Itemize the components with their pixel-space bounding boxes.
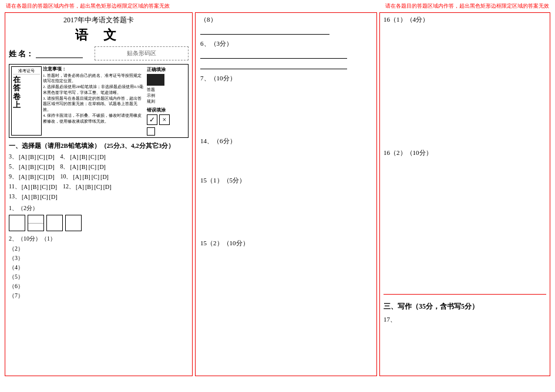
q7-section: 7、（10分） [200, 74, 372, 132]
correct-box-example [147, 74, 164, 86]
choice-item-4: 4、 [A] [B] [C] [D] [60, 153, 105, 161]
choice-item-3: 3、 [A] [B] [C] [D] [9, 153, 54, 161]
q15-1-label: 15（1）（5分） [200, 176, 372, 185]
q16-1-label: 16（1）（4分） [384, 15, 546, 24]
subq2-label: 2、（10分）（1） [9, 235, 189, 243]
wrong-label: 错误填涂 [147, 107, 166, 113]
instructions-box: 准考证号 在答卷上 注意事项： 1. 答题时，请务必将自己的姓名、准考证号等按照… [9, 64, 189, 138]
choice-row-5: 13、 [A] [B] [C] [D] [9, 192, 189, 201]
barcode-area: 贴条形码区 [95, 46, 189, 60]
q15-1-blank[interactable] [200, 187, 372, 234]
name-label: 姓 名： [9, 49, 33, 59]
correct-detail: 答题示例规则 [147, 87, 155, 104]
name-line [36, 50, 83, 58]
q16-2-blank[interactable] [384, 160, 546, 277]
q16-1-blank[interactable] [384, 26, 546, 144]
instruction-1: 1. 答题时，请务必将自己的姓名、准考证号等按照规定填写在指定位置。 [43, 73, 144, 85]
q15-1-section: 15（1）（5分） [200, 176, 372, 234]
cross-icon: × [159, 114, 170, 125]
q15-2-section: 15（2）（10分） [200, 239, 372, 297]
answer-card-title: 2017年中考语文答题卡 [9, 15, 189, 25]
q6-line1[interactable] [200, 50, 347, 59]
q14-blank[interactable] [200, 148, 372, 171]
writing-item-4: （4） [9, 263, 189, 272]
q6-line2[interactable] [200, 61, 347, 69]
q17-blank[interactable] [384, 326, 546, 373]
q14-label: 14、（6分） [200, 137, 372, 146]
writing-item-2: （2） [9, 245, 189, 253]
instruction-3: 3. 请按照题号在各题目规定的答题区域内作答，超出答题区域书写的答案无效；在草稿… [43, 96, 144, 113]
correct-label: 正确填涂 [147, 66, 166, 73]
choice-item-8: 8、 [A] [B] [C] [D] [60, 163, 105, 171]
wrong-icons: ✓ × [147, 114, 170, 125]
q15-2-blank[interactable] [200, 250, 372, 297]
q16-2-section: 16（2）（10分） [384, 148, 546, 277]
no-fill-box [147, 127, 155, 136]
choice-row-3: 9、 [A] [B] [C] [D] 10、 [A] [B] [C] [D] [9, 173, 189, 181]
writing-item-7: （7） [9, 292, 189, 300]
choice-row-4: 11、 [A] [B] [C] [D] 12、 [A] [B] [C] [D] [9, 183, 189, 191]
barcode-label: 贴条形码区 [127, 49, 156, 58]
q17-label: 17、 [384, 315, 546, 324]
q8-section: （8） [200, 15, 372, 35]
check-icon: ✓ [147, 114, 157, 125]
left-panel: 2017年中考语文答题卡 语 文 姓 名： 贴条形码区 准考证号 在答卷上 [5, 12, 193, 376]
instructions-text: 注意事项： 1. 答题时，请务必将自己的姓名、准考证号等按照规定填写在指定位置。… [43, 66, 144, 136]
choice-item-10: 10、 [A] [B] [C] [D] [60, 173, 108, 181]
q6-section: 6、（3分） [200, 39, 372, 69]
choice-item-12: 12、 [A] [B] [C] [D] [63, 183, 111, 191]
instruction-2: 2. 选择题必须使用2B铅笔填涂；非选择题必须使用0.5毫米黑色签字笔书写，字体… [43, 85, 144, 96]
right-top: 16（1）（4分） 16（2）（10分） [384, 15, 546, 295]
q7-label: 7、（10分） [200, 74, 372, 83]
grid-cell-4[interactable] [65, 215, 82, 231]
writing-item-5: （5） [9, 273, 189, 281]
choice-item-13: 13、 [A] [B] [C] [D] [9, 192, 57, 201]
writing-item-6: （6） [9, 282, 189, 290]
grid-cell-2[interactable] [28, 215, 44, 231]
no-fill-examples [147, 127, 155, 136]
answer-card-subject: 语 文 [9, 26, 189, 44]
choice-row-2: 5、 [A] [B] [C] [D] 8、 [A] [B] [C] [D] [9, 163, 189, 171]
subq1-label: 1、（2分） [9, 204, 189, 212]
main-layout: 2017年中考语文答题卡 语 文 姓 名： 贴条形码区 准考证号 在答卷上 [0, 12, 555, 379]
big-chars: 在答卷上 [13, 76, 40, 109]
grid-boxes-1 [9, 215, 189, 231]
q14-section: 14、（6分） [200, 137, 372, 171]
q16-2-label: 16（2）（10分） [384, 148, 546, 157]
writing-section: 三、写作（35分，含书写5分） 17、 [384, 299, 546, 373]
q6-label: 6、（3分） [200, 39, 372, 48]
q16-1-section: 16（1）（4分） [384, 15, 546, 144]
q15-2-label: 15（2）（10分） [200, 239, 372, 248]
q8-label: （8） [200, 15, 372, 24]
instructions-title: 注意事项： [43, 66, 144, 73]
q7-blank[interactable] [200, 85, 372, 132]
grid-cell-3[interactable] [46, 215, 63, 231]
name-row: 姓 名： [9, 49, 83, 59]
choice-item-5: 5、 [A] [B] [C] [D] [9, 163, 54, 171]
q8-line[interactable] [200, 26, 329, 35]
choice-item-11: 11、 [A] [B] [C] [D] [9, 183, 57, 191]
choice-row-1: 3、 [A] [B] [C] [D] 4、 [A] [B] [C] [D] [9, 153, 189, 161]
writing-lines: （2） （3） （4） （5） （6） （7） [9, 245, 189, 300]
top-notice: 请在各题目的答题区域内作答，超出黑色矩形边框限定区域的答案无效 请在各题目的答题… [0, 0, 555, 12]
grid-cell-1[interactable] [9, 215, 25, 231]
mid-panel: （8） 6、（3分） 7、（10分） 14、（6分） 15（1）（5分） 15（… [195, 12, 377, 376]
writing-item-3: （3） [9, 254, 189, 262]
top-notice-right: 请在各题目的答题区域内作答，超出黑色矩形边框限定区域的答案无效 [385, 2, 549, 10]
right-panel: 16（1）（4分） 16（2）（10分） 三、写作（35分，含书写5分） 17、 [379, 12, 550, 376]
instruction-4: 4. 保持卡面清洁，不折叠、不破损，修改时请使用橡皮擦修改，使用修改液或胶带纸无… [43, 113, 144, 125]
top-notice-left: 请在各题目的答题区域内作答，超出黑色矩形边框限定区域的答案无效 [6, 2, 170, 10]
section-one-title: 一、选择题（请用2B铅笔填涂）（25分,3、4,2分其它3分） [9, 141, 189, 150]
writing-section-title: 三、写作（35分，含书写5分） [384, 302, 546, 312]
choice-item-9: 9、 [A] [B] [C] [D] [9, 173, 54, 181]
